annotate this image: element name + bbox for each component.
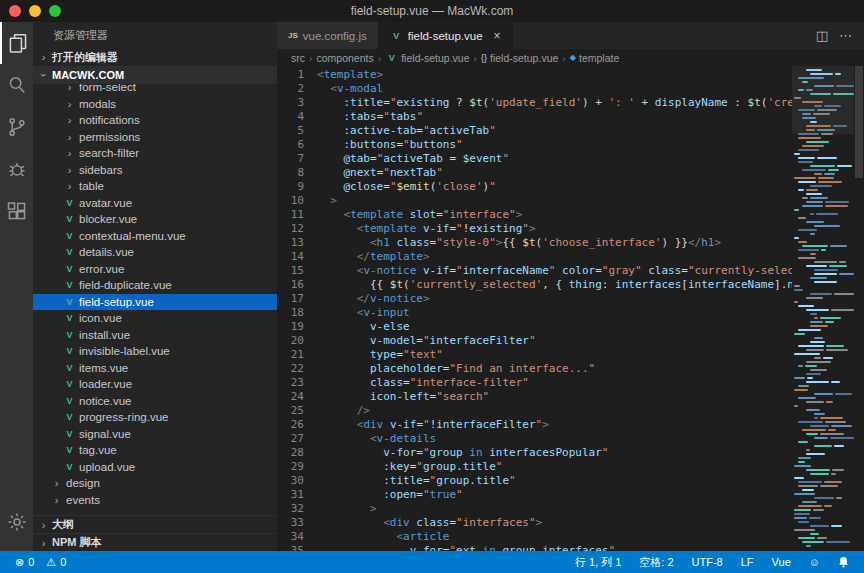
code-line[interactable]: 21 type="text" xyxy=(277,348,792,362)
more-actions-icon[interactable]: ⋯ xyxy=(839,28,852,43)
code-line[interactable]: 6 :buttons="buttons" xyxy=(277,138,792,152)
status-encoding[interactable]: UTF-8 xyxy=(687,556,728,568)
code-line[interactable]: 15 <v-notice v-if="interfaceName" color=… xyxy=(277,264,792,278)
status-language-mode[interactable]: Vue xyxy=(767,556,796,568)
code-line[interactable]: 23 class="interface-filter" xyxy=(277,376,792,390)
tree-item-loader.vue[interactable]: Vloader.vue xyxy=(33,376,277,393)
code-line[interactable]: 1<template> xyxy=(277,68,792,82)
tree-item-items.vue[interactable]: Vitems.vue xyxy=(33,360,277,377)
code-line[interactable]: 24 icon-left="search" xyxy=(277,390,792,404)
close-window-button[interactable] xyxy=(9,5,21,17)
tree-item-label: error.vue xyxy=(79,263,124,275)
debug-icon[interactable] xyxy=(0,148,33,190)
section-npm-scripts[interactable]: › NPM 脚本 xyxy=(33,533,277,551)
code-line[interactable]: 32 > xyxy=(277,502,792,516)
code-line[interactable]: 30 :title="group.title" xyxy=(277,474,792,488)
code-line[interactable]: 5 :active-tab="activeTab" xyxy=(277,124,792,138)
tree-item-search-filter[interactable]: ›search-filter xyxy=(33,145,277,162)
code-area[interactable]: 1<template>2 <v-modal3 :title="existing … xyxy=(277,66,792,551)
tree-item-progress-ring.vue[interactable]: Vprogress-ring.vue xyxy=(33,409,277,426)
close-tab-icon[interactable]: × xyxy=(494,29,501,43)
status-problems-warnings[interactable]: ⚠ 0 xyxy=(41,556,71,569)
extensions-icon[interactable] xyxy=(0,190,33,232)
tree-item-icon.vue[interactable]: Vicon.vue xyxy=(33,310,277,327)
tree-item-field-setup.vue[interactable]: Vfield-setup.vue xyxy=(33,294,277,311)
tree-item-upload.vue[interactable]: Vupload.vue xyxy=(33,459,277,476)
status-problems-errors[interactable]: ⊗ 0 xyxy=(10,556,39,569)
tree-item-design[interactable]: ›design xyxy=(33,475,277,492)
minimap-viewport[interactable] xyxy=(792,66,854,134)
code-line[interactable]: 13 <h1 class="style-0">{{ $t('choose_int… xyxy=(277,236,792,250)
code-line[interactable]: 26 <div v-if="!interfaceFilter"> xyxy=(277,418,792,432)
code-line[interactable]: 17 </v-notice> xyxy=(277,292,792,306)
files-icon[interactable] xyxy=(0,22,33,64)
code-line[interactable]: 25 /> xyxy=(277,404,792,418)
code-line[interactable]: 14 </template> xyxy=(277,250,792,264)
code-line[interactable]: 16 {{ $t('currently_selected', { thing: … xyxy=(277,278,792,292)
tree-item-permissions[interactable]: ›permissions xyxy=(33,129,277,146)
code-line[interactable]: 8 @next="nextTab" xyxy=(277,166,792,180)
tree-item-details.vue[interactable]: Vdetails.vue xyxy=(33,244,277,261)
tree-item-sidebars[interactable]: ›sidebars xyxy=(33,162,277,179)
source-control-icon[interactable] xyxy=(0,106,33,148)
code-line[interactable]: 20 v-model="interfaceFilter" xyxy=(277,334,792,348)
code-line[interactable]: 35 v-for="ext in group.interfaces" xyxy=(277,544,792,551)
code-line[interactable]: 27 <v-details xyxy=(277,432,792,446)
code-line[interactable]: 10 > xyxy=(277,194,792,208)
manage-gear-icon[interactable] xyxy=(0,501,33,543)
code-line[interactable]: 19 v-else xyxy=(277,320,792,334)
editor-scrollbar[interactable] xyxy=(854,66,864,551)
code-line[interactable]: 11 <template slot="interface"> xyxy=(277,208,792,222)
code-line[interactable]: 4 :tabs="tabs" xyxy=(277,110,792,124)
tree-item-events[interactable]: ›events xyxy=(33,492,277,509)
minimap[interactable] xyxy=(792,66,854,551)
split-editor-icon[interactable]: ◫ xyxy=(816,28,828,43)
code-line[interactable]: 12 <template v-if="!existing"> xyxy=(277,222,792,236)
breadcrumb-item-components[interactable]: components xyxy=(317,52,374,64)
code-line[interactable]: 2 <v-modal xyxy=(277,82,792,96)
tree-item-install.vue[interactable]: Vinstall.vue xyxy=(33,327,277,344)
code-line[interactable]: 34 <article xyxy=(277,530,792,544)
search-icon[interactable] xyxy=(0,64,33,106)
status-cursor-position[interactable]: 行 1, 列 1 xyxy=(570,555,626,570)
tree-item-field-duplicate.vue[interactable]: Vfield-duplicate.vue xyxy=(33,277,277,294)
tab-vue-config-js[interactable]: JS vue.config.js xyxy=(277,22,379,49)
tree-item-avatar.vue[interactable]: Vavatar.vue xyxy=(33,195,277,212)
breadcrumb-item-field-setup.vue[interactable]: Vfield-setup.vue xyxy=(385,52,469,64)
tree-item-error.vue[interactable]: Verror.vue xyxy=(33,261,277,278)
code-line[interactable]: 33 <div class="interfaces"> xyxy=(277,516,792,530)
breadcrumb-item-template[interactable]: ◆template xyxy=(570,52,619,64)
notifications-bell-icon[interactable] xyxy=(833,556,854,568)
code-line[interactable]: 3 :title="existing ? $t('update_field') … xyxy=(277,96,792,110)
minimize-window-button[interactable] xyxy=(29,5,41,17)
code-line[interactable]: 29 :key="group.title" xyxy=(277,460,792,474)
tree-item-form-select[interactable]: ›form-select xyxy=(33,84,277,96)
code-line[interactable]: 31 :open="true" xyxy=(277,488,792,502)
status-feedback-smiley[interactable]: ☺ xyxy=(804,556,825,568)
tree-item-table[interactable]: ›table xyxy=(33,178,277,195)
tree-item-tag.vue[interactable]: Vtag.vue xyxy=(33,442,277,459)
tree-item-blocker.vue[interactable]: Vblocker.vue xyxy=(33,211,277,228)
section-workspace[interactable]: › MACWK.COM xyxy=(33,66,277,84)
code-line[interactable]: 22 placeholder="Find an interface..." xyxy=(277,362,792,376)
code-line[interactable]: 7 @tab="activeTab = $event" xyxy=(277,152,792,166)
status-eol[interactable]: LF xyxy=(736,556,759,568)
status-indentation[interactable]: 空格: 2 xyxy=(634,555,678,570)
tree-item-contextual-menu.vue[interactable]: Vcontextual-menu.vue xyxy=(33,228,277,245)
tree-item-notice.vue[interactable]: Vnotice.vue xyxy=(33,393,277,410)
tree-item-signal.vue[interactable]: Vsignal.vue xyxy=(33,426,277,443)
code-line[interactable]: 18 <v-input xyxy=(277,306,792,320)
breadcrumb-item-src[interactable]: src xyxy=(291,52,305,64)
code-line[interactable]: 9 @close="$emit('close')" xyxy=(277,180,792,194)
scrollbar-thumb[interactable] xyxy=(855,66,863,178)
code-line[interactable]: 28 v-for="group in interfacesPopular" xyxy=(277,446,792,460)
tab-field-setup-vue[interactable]: V field-setup.vue × xyxy=(379,22,513,49)
section-outline[interactable]: › 大纲 xyxy=(33,515,277,533)
tree-item-notifications[interactable]: ›notifications xyxy=(33,112,277,129)
zoom-window-button[interactable] xyxy=(49,5,61,17)
tree-item-invisible-label.vue[interactable]: Vinvisible-label.vue xyxy=(33,343,277,360)
minimap-line xyxy=(792,533,854,535)
tree-item-modals[interactable]: ›modals xyxy=(33,96,277,113)
section-open-editors[interactable]: › 打开的编辑器 xyxy=(33,48,277,66)
breadcrumb-item-field-setup.vue[interactable]: {}field-setup.vue xyxy=(481,52,558,64)
